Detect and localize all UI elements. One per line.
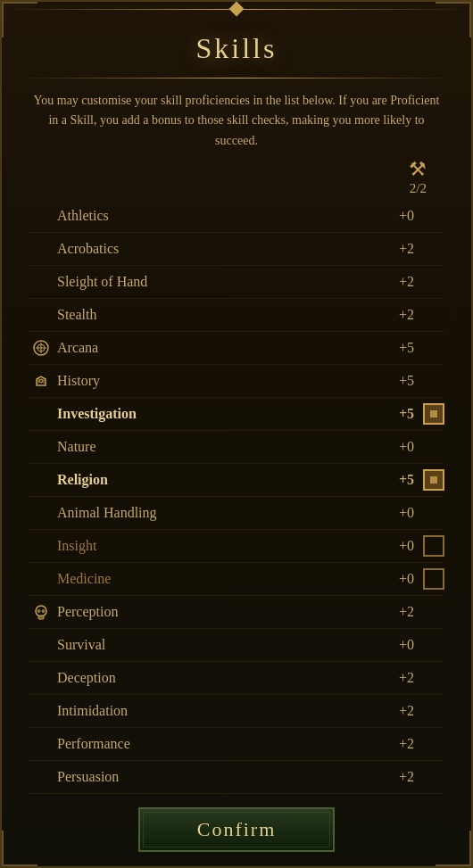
skill-row-insight: Insight+0 — [29, 530, 444, 563]
skill-bonus-performance: +2 — [383, 736, 423, 752]
skill-row-persuasion: Persuasion+2 — [29, 761, 444, 794]
skill-bonus-stealth: +2 — [383, 307, 423, 323]
confirm-section: Confirm — [2, 797, 471, 866]
proficiency-icon-arcana — [29, 339, 54, 357]
skill-checkbox-investigation[interactable] — [423, 403, 444, 425]
skill-name-animal: Animal Handling — [54, 505, 383, 521]
top-border — [2, 2, 471, 16]
skill-name-deception: Deception — [54, 670, 383, 686]
skill-name-investigation: Investigation — [54, 406, 383, 422]
skill-name-medicine: Medicine — [54, 571, 383, 587]
skill-bonus-investigation: +5 — [383, 406, 423, 422]
skill-name-acrobatics: Acrobatics — [54, 241, 383, 257]
skill-row-deception: Deception+2 — [29, 662, 444, 695]
skill-row-performance: Performance+2 — [29, 728, 444, 761]
skill-row-religion: Religion+5 — [29, 464, 444, 497]
skills-panel: Skills You may customise your skill prof… — [0, 0, 473, 868]
description-text: You may customise your skill proficienci… — [2, 84, 471, 160]
skill-row-arcana: Arcana+5 — [29, 332, 444, 365]
hammer-icon: ⚒ — [409, 160, 427, 179]
skill-name-perception: Perception — [54, 604, 383, 620]
skill-bonus-persuasion: +2 — [383, 769, 423, 785]
svg-point-8 — [42, 609, 46, 613]
skill-name-arcana: Arcana — [54, 340, 383, 356]
corner-decoration-br — [436, 831, 471, 866]
skill-checkbox-insight[interactable] — [423, 535, 444, 557]
skill-bonus-perception: +2 — [383, 604, 423, 620]
skill-bonus-animal: +0 — [383, 505, 423, 521]
skill-bonus-intimidation: +2 — [383, 703, 423, 719]
title-section: Skills — [2, 16, 471, 72]
skill-name-athletics: Athletics — [54, 208, 383, 224]
skill-name-performance: Performance — [54, 736, 383, 752]
skill-row-sleight: Sleight of Hand+2 — [29, 266, 444, 299]
corner-decoration-tl — [2, 2, 37, 37]
svg-point-2 — [39, 379, 43, 383]
skills-list: Athletics+0Acrobatics+2Sleight of Hand+2… — [2, 200, 471, 797]
skill-name-nature: Nature — [54, 439, 383, 455]
skill-row-athletics: Athletics+0 — [29, 200, 444, 233]
skill-row-intimidation: Intimidation+2 — [29, 695, 444, 728]
skill-row-stealth: Stealth+2 — [29, 299, 444, 332]
corner-decoration-tr — [436, 2, 471, 37]
skill-name-intimidation: Intimidation — [54, 703, 383, 719]
skill-row-nature: Nature+0 — [29, 431, 444, 464]
skill-row-survival: Survival+0 — [29, 629, 444, 662]
skill-row-acrobatics: Acrobatics+2 — [29, 233, 444, 266]
skill-name-stealth: Stealth — [54, 307, 383, 323]
skill-row-perception: Perception+2 — [29, 596, 444, 629]
skill-bonus-deception: +2 — [383, 670, 423, 686]
skill-name-survival: Survival — [54, 637, 383, 653]
skull-icon — [29, 603, 54, 621]
skill-name-sleight: Sleight of Hand — [54, 274, 383, 290]
skill-bonus-religion: +5 — [383, 472, 423, 488]
skill-row-history: History+5 — [29, 365, 444, 398]
skill-name-persuasion: Persuasion — [54, 769, 383, 785]
svg-point-7 — [37, 609, 41, 613]
proficiency-value: 2/2 — [410, 181, 427, 196]
skill-row-animal: Animal Handling+0 — [29, 497, 444, 530]
skill-name-insight: Insight — [54, 538, 383, 554]
skill-name-religion: Religion — [54, 472, 383, 488]
confirm-button[interactable]: Confirm — [138, 807, 335, 852]
proficiency-counter: ⚒ 2/2 — [2, 160, 471, 196]
skill-bonus-athletics: +0 — [383, 208, 423, 224]
skill-bonus-history: +5 — [383, 373, 423, 389]
skill-bonus-sleight: +2 — [383, 274, 423, 290]
top-gem-decoration — [229, 2, 245, 17]
skill-bonus-medicine: +0 — [383, 571, 423, 587]
skill-row-investigation: Investigation+5 — [29, 398, 444, 431]
skill-checkbox-medicine[interactable] — [423, 568, 444, 590]
title-divider — [20, 78, 453, 79]
page-title: Skills — [20, 32, 453, 65]
skill-bonus-arcana: +5 — [383, 340, 423, 356]
skill-row-medicine: Medicine+0 — [29, 563, 444, 596]
corner-decoration-bl — [2, 831, 37, 866]
skill-checkbox-religion[interactable] — [423, 469, 444, 491]
svg-rect-3 — [430, 410, 437, 417]
skill-bonus-acrobatics: +2 — [383, 241, 423, 257]
svg-rect-4 — [430, 476, 437, 484]
skill-bonus-nature: +0 — [383, 439, 423, 455]
skill-name-history: History — [54, 373, 383, 389]
skill-bonus-survival: +0 — [383, 637, 423, 653]
proficiency-icon-history — [29, 372, 54, 390]
skill-bonus-insight: +0 — [383, 538, 423, 554]
